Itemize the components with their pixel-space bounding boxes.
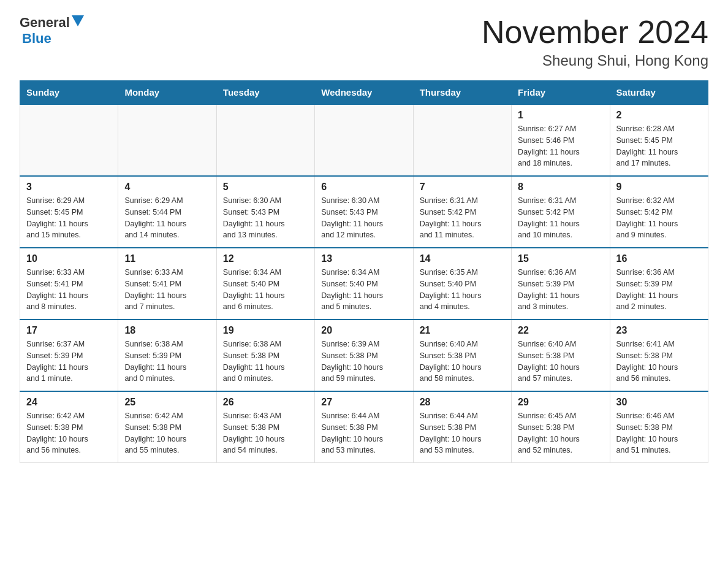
day-info: Sunrise: 6:33 AM Sunset: 5:41 PM Dayligh… — [26, 267, 112, 313]
day-cell — [118, 104, 216, 176]
calendar-subtitle: Sheung Shui, Hong Kong — [482, 52, 708, 69]
day-cell: 9Sunrise: 6:32 AM Sunset: 5:42 PM Daylig… — [610, 176, 708, 248]
week-row-3: 10Sunrise: 6:33 AM Sunset: 5:41 PM Dayli… — [20, 248, 708, 320]
day-cell: 1Sunrise: 6:27 AM Sunset: 5:46 PM Daylig… — [512, 104, 610, 176]
day-cell — [20, 104, 118, 176]
day-info: Sunrise: 6:29 AM Sunset: 5:44 PM Dayligh… — [124, 195, 210, 241]
day-number: 10 — [26, 253, 112, 264]
day-cell: 6Sunrise: 6:30 AM Sunset: 5:43 PM Daylig… — [315, 176, 413, 248]
day-info: Sunrise: 6:45 AM Sunset: 5:38 PM Dayligh… — [518, 410, 603, 456]
day-header-thursday: Thursday — [413, 81, 511, 105]
logo-triangle-icon — [72, 15, 84, 26]
day-number: 3 — [26, 182, 112, 193]
day-number: 11 — [124, 253, 210, 264]
day-cell: 24Sunrise: 6:42 AM Sunset: 5:38 PM Dayli… — [20, 391, 118, 463]
day-cell: 20Sunrise: 6:39 AM Sunset: 5:38 PM Dayli… — [315, 320, 413, 391]
day-cell: 22Sunrise: 6:40 AM Sunset: 5:38 PM Dayli… — [512, 320, 610, 391]
day-info: Sunrise: 6:34 AM Sunset: 5:40 PM Dayligh… — [321, 267, 406, 313]
day-cell: 7Sunrise: 6:31 AM Sunset: 5:42 PM Daylig… — [413, 176, 511, 248]
day-cell: 13Sunrise: 6:34 AM Sunset: 5:40 PM Dayli… — [315, 248, 413, 320]
day-number: 29 — [518, 397, 603, 408]
day-cell: 30Sunrise: 6:46 AM Sunset: 5:38 PM Dayli… — [610, 391, 708, 463]
day-info: Sunrise: 6:31 AM Sunset: 5:42 PM Dayligh… — [420, 195, 505, 241]
day-number: 28 — [420, 397, 505, 408]
day-info: Sunrise: 6:44 AM Sunset: 5:38 PM Dayligh… — [321, 410, 406, 456]
day-number: 5 — [223, 182, 308, 193]
day-number: 19 — [223, 325, 308, 336]
day-cell: 10Sunrise: 6:33 AM Sunset: 5:41 PM Dayli… — [20, 248, 118, 320]
day-info: Sunrise: 6:42 AM Sunset: 5:38 PM Dayligh… — [26, 410, 112, 456]
day-cell: 18Sunrise: 6:38 AM Sunset: 5:39 PM Dayli… — [118, 320, 216, 391]
day-header-monday: Monday — [118, 81, 216, 105]
day-header-wednesday: Wednesday — [315, 81, 413, 105]
day-info: Sunrise: 6:44 AM Sunset: 5:38 PM Dayligh… — [420, 410, 505, 456]
logo-blue-text: Blue — [22, 31, 51, 47]
day-cell: 8Sunrise: 6:31 AM Sunset: 5:42 PM Daylig… — [512, 176, 610, 248]
day-cell: 12Sunrise: 6:34 AM Sunset: 5:40 PM Dayli… — [216, 248, 314, 320]
day-number: 13 — [321, 253, 406, 264]
day-info: Sunrise: 6:41 AM Sunset: 5:38 PM Dayligh… — [616, 339, 702, 385]
day-info: Sunrise: 6:31 AM Sunset: 5:42 PM Dayligh… — [518, 195, 603, 241]
day-cell: 16Sunrise: 6:36 AM Sunset: 5:39 PM Dayli… — [610, 248, 708, 320]
header-row: SundayMondayTuesdayWednesdayThursdayFrid… — [20, 81, 708, 105]
logo-general-text: General — [20, 15, 70, 31]
day-number: 8 — [518, 182, 603, 193]
day-cell: 15Sunrise: 6:36 AM Sunset: 5:39 PM Dayli… — [512, 248, 610, 320]
day-number: 16 — [616, 253, 702, 264]
day-number: 26 — [223, 397, 308, 408]
header: General Blue November 2024 Sheung Shui, … — [20, 15, 708, 69]
day-cell: 4Sunrise: 6:29 AM Sunset: 5:44 PM Daylig… — [118, 176, 216, 248]
day-header-sunday: Sunday — [20, 81, 118, 105]
day-number: 30 — [616, 397, 702, 408]
day-number: 27 — [321, 397, 406, 408]
week-row-5: 24Sunrise: 6:42 AM Sunset: 5:38 PM Dayli… — [20, 391, 708, 463]
week-row-1: 1Sunrise: 6:27 AM Sunset: 5:46 PM Daylig… — [20, 104, 708, 176]
day-number: 7 — [420, 182, 505, 193]
day-cell: 25Sunrise: 6:42 AM Sunset: 5:38 PM Dayli… — [118, 391, 216, 463]
day-info: Sunrise: 6:30 AM Sunset: 5:43 PM Dayligh… — [321, 195, 406, 241]
day-info: Sunrise: 6:38 AM Sunset: 5:39 PM Dayligh… — [124, 339, 210, 385]
title-block: November 2024 Sheung Shui, Hong Kong — [482, 15, 708, 69]
day-info: Sunrise: 6:38 AM Sunset: 5:38 PM Dayligh… — [223, 339, 308, 385]
day-info: Sunrise: 6:42 AM Sunset: 5:38 PM Dayligh… — [124, 410, 210, 456]
week-row-2: 3Sunrise: 6:29 AM Sunset: 5:45 PM Daylig… — [20, 176, 708, 248]
day-number: 4 — [124, 182, 210, 193]
day-info: Sunrise: 6:46 AM Sunset: 5:38 PM Dayligh… — [616, 410, 702, 456]
day-number: 18 — [124, 325, 210, 336]
day-number: 21 — [420, 325, 505, 336]
day-number: 14 — [420, 253, 505, 264]
day-number: 17 — [26, 325, 112, 336]
day-info: Sunrise: 6:35 AM Sunset: 5:40 PM Dayligh… — [420, 267, 505, 313]
day-cell: 19Sunrise: 6:38 AM Sunset: 5:38 PM Dayli… — [216, 320, 314, 391]
day-cell — [413, 104, 511, 176]
day-cell — [315, 104, 413, 176]
calendar-table: SundayMondayTuesdayWednesdayThursdayFrid… — [20, 80, 708, 463]
day-info: Sunrise: 6:27 AM Sunset: 5:46 PM Dayligh… — [518, 123, 603, 169]
day-cell: 21Sunrise: 6:40 AM Sunset: 5:38 PM Dayli… — [413, 320, 511, 391]
day-info: Sunrise: 6:36 AM Sunset: 5:39 PM Dayligh… — [518, 267, 603, 313]
day-number: 6 — [321, 182, 406, 193]
day-info: Sunrise: 6:33 AM Sunset: 5:41 PM Dayligh… — [124, 267, 210, 313]
day-info: Sunrise: 6:28 AM Sunset: 5:45 PM Dayligh… — [616, 123, 702, 169]
day-info: Sunrise: 6:37 AM Sunset: 5:39 PM Dayligh… — [26, 339, 112, 385]
day-info: Sunrise: 6:43 AM Sunset: 5:38 PM Dayligh… — [223, 410, 308, 456]
day-cell: 5Sunrise: 6:30 AM Sunset: 5:43 PM Daylig… — [216, 176, 314, 248]
day-info: Sunrise: 6:40 AM Sunset: 5:38 PM Dayligh… — [420, 339, 505, 385]
day-info: Sunrise: 6:39 AM Sunset: 5:38 PM Dayligh… — [321, 339, 406, 385]
day-cell: 14Sunrise: 6:35 AM Sunset: 5:40 PM Dayli… — [413, 248, 511, 320]
day-number: 9 — [616, 182, 702, 193]
day-header-tuesday: Tuesday — [216, 81, 314, 105]
day-header-saturday: Saturday — [610, 81, 708, 105]
day-number: 12 — [223, 253, 308, 264]
day-number: 23 — [616, 325, 702, 336]
day-cell: 29Sunrise: 6:45 AM Sunset: 5:38 PM Dayli… — [512, 391, 610, 463]
day-number: 1 — [518, 110, 603, 121]
week-row-4: 17Sunrise: 6:37 AM Sunset: 5:39 PM Dayli… — [20, 320, 708, 391]
day-info: Sunrise: 6:32 AM Sunset: 5:42 PM Dayligh… — [616, 195, 702, 241]
page: General Blue November 2024 Sheung Shui, … — [0, 0, 728, 483]
day-cell: 23Sunrise: 6:41 AM Sunset: 5:38 PM Dayli… — [610, 320, 708, 391]
day-cell: 17Sunrise: 6:37 AM Sunset: 5:39 PM Dayli… — [20, 320, 118, 391]
day-number: 24 — [26, 397, 112, 408]
day-cell: 27Sunrise: 6:44 AM Sunset: 5:38 PM Dayli… — [315, 391, 413, 463]
day-cell: 2Sunrise: 6:28 AM Sunset: 5:45 PM Daylig… — [610, 104, 708, 176]
